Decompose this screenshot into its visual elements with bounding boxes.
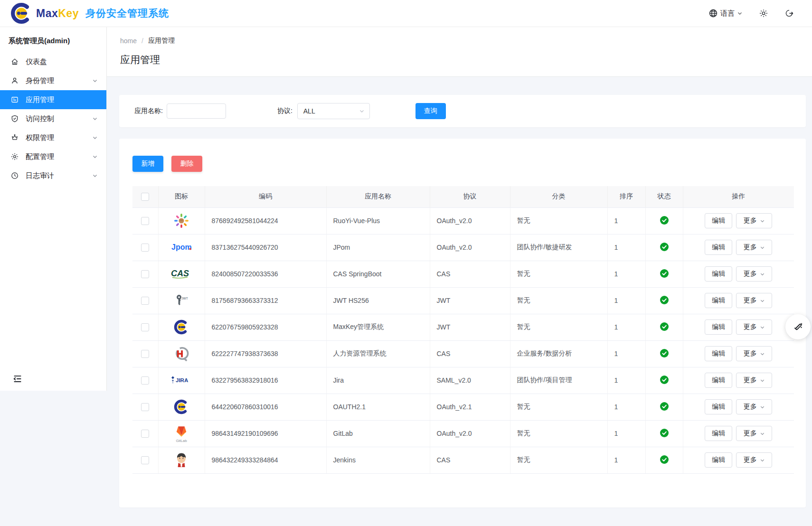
breadcrumb-separator: / [142, 37, 143, 45]
check-circle-icon [660, 269, 669, 278]
gear-icon[interactable] [759, 9, 768, 18]
table-card: 新增 删除 图标编码应用名称协议分类排序状态操作 876892492581044… [119, 139, 806, 507]
row-checkbox[interactable] [141, 270, 149, 278]
row-checkbox[interactable] [141, 456, 149, 464]
sidebar-item-privilege[interactable]: 权限管理 [0, 128, 106, 147]
edit-button[interactable]: 编辑 [705, 426, 732, 441]
app-code: 622076759805923328 [205, 314, 326, 340]
more-button[interactable]: 更多 [736, 319, 772, 335]
chevron-down-icon [359, 108, 365, 114]
chevron-down-icon [760, 298, 765, 303]
app-category: 团队协作/敏捷研发 [510, 234, 607, 261]
more-button[interactable]: 更多 [736, 373, 772, 388]
breadcrumb-home[interactable]: home [120, 37, 137, 45]
edit-button[interactable]: 编辑 [705, 373, 732, 388]
row-checkbox[interactable] [141, 403, 149, 411]
svg-text:JIRA: JIRA [176, 377, 188, 383]
protocol-label: 协议: [277, 107, 293, 115]
row-checkbox[interactable] [141, 350, 149, 358]
more-button[interactable]: 更多 [736, 399, 772, 414]
chevron-down-icon [760, 272, 765, 277]
edit-button[interactable]: 编辑 [705, 293, 732, 308]
sidebar-item-label: 日志审计 [26, 171, 92, 180]
app-category: 暂无 [510, 314, 607, 340]
edit-button[interactable]: 编辑 [705, 240, 732, 255]
gear-icon [10, 152, 19, 161]
sidebar-item-dashboard[interactable]: 仪表盘 [0, 52, 106, 71]
chevron-down-icon [760, 431, 765, 436]
chevron-down-icon [92, 135, 98, 141]
app-code: 986432249333284864 [205, 447, 326, 473]
more-button[interactable]: 更多 [736, 293, 772, 308]
more-button[interactable]: 更多 [736, 426, 772, 441]
row-checkbox[interactable] [141, 244, 149, 252]
sidebar-item-identity[interactable]: 身份管理 [0, 71, 106, 90]
column-header: 图标 [158, 186, 205, 207]
app-sort: 1 [607, 234, 645, 261]
app-name: Jenkins [326, 447, 430, 473]
table-row: 876892492581044224 RuoYi-Vue-Plus OAuth_… [132, 207, 794, 234]
more-button[interactable]: 更多 [736, 213, 772, 228]
app-header: MaxKey 身份安全管理系统 语言 [0, 0, 812, 27]
more-button[interactable]: 更多 [736, 240, 772, 255]
language-label: 语言 [720, 9, 735, 18]
crown-icon [10, 133, 19, 142]
row-checkbox[interactable] [141, 323, 149, 331]
svg-text:GitLab: GitLab [176, 439, 187, 443]
app-category: 暂无 [510, 420, 607, 447]
check-circle-icon [660, 349, 669, 357]
more-button[interactable]: 更多 [736, 346, 772, 361]
app-category: 企业服务/数据分析 [510, 340, 607, 367]
app-sort: 1 [607, 447, 645, 473]
svg-text:JWT: JWT [181, 297, 188, 300]
magic-wand-icon [792, 321, 804, 333]
row-checkbox[interactable] [141, 430, 149, 438]
app-category: 暂无 [510, 394, 607, 420]
sidebar-item-label: 身份管理 [26, 76, 92, 85]
app-name: GitLab [326, 420, 430, 447]
app-name-input[interactable] [167, 103, 226, 119]
app-protocol: OAuth_v2.0 [430, 234, 510, 261]
theme-floating-button[interactable] [785, 314, 811, 339]
table-row: GitLab 986431492190109696 GitLab OAuth_v… [132, 420, 794, 447]
chevron-down-icon [760, 218, 765, 224]
app-protocol: SAML_v2.0 [430, 367, 510, 394]
edit-button[interactable]: 编辑 [705, 452, 732, 468]
sidebar-item-config[interactable]: 配置管理 [0, 147, 106, 166]
protocol-select[interactable]: ALL [297, 103, 370, 119]
row-checkbox[interactable] [141, 217, 149, 225]
edit-button[interactable]: 编辑 [705, 266, 732, 282]
edit-button[interactable]: 编辑 [705, 213, 732, 228]
row-checkbox[interactable] [141, 376, 149, 385]
maxkey-logo [159, 314, 205, 340]
column-header: 操作 [683, 186, 794, 207]
more-button[interactable]: 更多 [736, 266, 772, 282]
edit-button[interactable]: 编辑 [705, 346, 732, 361]
row-checkbox[interactable] [141, 297, 149, 305]
sidebar-item-apps[interactable]: 应用管理 [0, 90, 106, 109]
app-code: 986431492190109696 [205, 420, 326, 447]
select-all-checkbox[interactable] [141, 193, 149, 201]
delete-button[interactable]: 删除 [171, 156, 202, 172]
search-button[interactable]: 查询 [415, 103, 446, 119]
table-row: 622076759805923328 MaxKey管理系统 JWT 暂无 1 编… [132, 314, 794, 340]
more-button[interactable]: 更多 [736, 452, 772, 468]
apps-table: 图标编码应用名称协议分类排序状态操作 876892492581044224 Ru… [132, 186, 794, 474]
page-title: 应用管理 [120, 53, 812, 66]
menu-fold-icon[interactable] [12, 374, 23, 384]
edit-button[interactable]: 编辑 [705, 319, 732, 335]
language-menu[interactable]: 语言 [708, 9, 743, 18]
app-sort: 1 [607, 394, 645, 420]
sidebar-item-access[interactable]: 访问控制 [0, 109, 106, 128]
sidebar: 系统管理员(admin) 仪表盘 身份管理 应用管理 访问控制 权限管理 配置管… [0, 27, 107, 391]
logout-icon[interactable] [784, 9, 794, 18]
edit-button[interactable]: 编辑 [705, 399, 732, 414]
table-row: JIRA 632279563832918016 Jira SAML_v2.0 团… [132, 367, 794, 394]
check-circle-icon [660, 455, 669, 464]
add-button[interactable]: 新增 [132, 156, 163, 172]
table-row: 644220607860310016 OAUTH2.1 OAuth_v2.1 暂… [132, 394, 794, 420]
app-name: 人力资源管理系统 [326, 340, 430, 367]
check-circle-icon [660, 376, 669, 384]
app-sort: 1 [607, 261, 645, 287]
sidebar-item-audit[interactable]: 日志审计 [0, 166, 106, 185]
